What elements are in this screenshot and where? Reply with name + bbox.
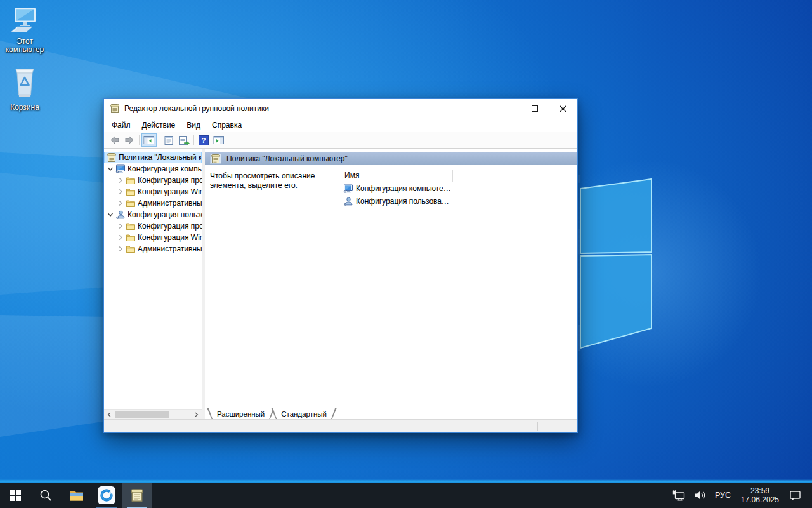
file-explorer-button[interactable]: [61, 483, 91, 508]
user-icon: [115, 210, 126, 220]
folder-icon: [126, 175, 136, 185]
tree-item[interactable]: Административные шаблоны: [104, 243, 202, 255]
tree-item[interactable]: Конфигурация Windows: [104, 232, 202, 243]
chevron-right-icon[interactable]: [116, 198, 125, 208]
horizontal-scrollbar[interactable]: [104, 409, 202, 420]
scroll-icon: [110, 104, 120, 114]
tree-item-label: Конфигурация компьютера: [128, 164, 202, 173]
computer-icon: [115, 164, 126, 174]
tab-label: Расширенный: [217, 410, 265, 418]
tree-item[interactable]: Конфигурация программ: [104, 220, 202, 232]
tree-item[interactable]: Политика "Локальный компьютер": [104, 152, 202, 163]
toolbar-separator: [193, 135, 194, 145]
scroll-icon: [130, 488, 144, 502]
action-center-button[interactable]: [785, 483, 806, 508]
chevron-right-icon[interactable]: [116, 221, 125, 231]
chevron-right-icon[interactable]: [116, 175, 125, 185]
menu-file[interactable]: Файл: [106, 118, 136, 132]
system-tray: РУС 23:59 17.06.2025: [668, 483, 812, 508]
language-indicator[interactable]: РУС: [710, 483, 735, 508]
maximize-icon: [532, 105, 538, 112]
properties-icon: [164, 135, 174, 145]
tree-item[interactable]: Конфигурация программ: [104, 175, 202, 186]
help-icon: ?: [199, 135, 209, 145]
clock-time: 23:59: [750, 486, 769, 495]
toolbar-separator: [139, 135, 140, 145]
tab-label: Стандартный: [281, 410, 327, 418]
desktop-icon-label: Корзина: [1, 104, 48, 112]
tree-item[interactable]: Конфигурация компьютера: [104, 163, 202, 175]
console-tree-icon: [143, 135, 155, 145]
export-list-button[interactable]: [176, 133, 192, 147]
status-bar: [104, 419, 577, 432]
forward-button[interactable]: [122, 133, 137, 147]
clock-date: 17.06.2025: [741, 495, 779, 504]
properties-button[interactable]: [161, 133, 176, 147]
start-button[interactable]: [0, 483, 30, 508]
minimize-icon: [502, 105, 509, 112]
chevron-right-icon[interactable]: [116, 187, 125, 197]
tab-extended[interactable]: Расширенный: [207, 408, 275, 420]
view-tab-row: РасширенныйСтандартный: [205, 408, 577, 420]
minimize-button[interactable]: [492, 99, 520, 118]
show-console-tree-button[interactable]: [141, 133, 157, 147]
show-action-pane-button[interactable]: [211, 133, 226, 147]
menu-view[interactable]: Вид: [181, 118, 206, 132]
tree-item[interactable]: Конфигурация Windows: [104, 186, 202, 197]
list-item[interactable]: Конфигурация компьютера: [341, 182, 575, 194]
chevron-down-icon[interactable]: [106, 210, 115, 220]
gpedit-taskbar-button[interactable]: [122, 483, 152, 508]
scrollbar-thumb[interactable]: [115, 411, 169, 418]
close-button[interactable]: [549, 99, 577, 118]
window-title: Редактор локальной групповой политики: [124, 104, 269, 113]
help-button[interactable]: ?: [196, 133, 211, 147]
toolbar-separator: [159, 135, 159, 145]
tree-item-label: Конфигурация пользователя: [128, 210, 202, 219]
windows-logo-icon: [10, 490, 21, 501]
menu-bar: ФайлДействиеВидСправка: [104, 118, 577, 132]
this-pc-icon: [10, 6, 39, 33]
folder-icon: [126, 244, 136, 254]
back-button[interactable]: [107, 133, 122, 147]
menu-help[interactable]: Справка: [206, 118, 247, 132]
tree-item-label: Административные шаблоны: [138, 244, 202, 253]
computer-icon: [343, 184, 353, 194]
status-bar-divider: [537, 422, 538, 431]
search-button[interactable]: [30, 483, 61, 508]
console-tree: Политика "Локальный компьютер"Конфигурац…: [104, 152, 202, 410]
tree-item-label: Конфигурация программ: [138, 222, 202, 231]
folder-icon: [126, 232, 136, 243]
desktop-icon-this-pc[interactable]: Этот компьютер: [1, 6, 48, 54]
search-icon: [39, 489, 52, 502]
list-item[interactable]: Конфигурация пользователя: [341, 195, 575, 207]
tree-item[interactable]: Конфигурация пользователя: [104, 209, 202, 220]
volume-tray-button[interactable]: [690, 483, 710, 508]
ethernet-icon: [672, 490, 686, 501]
chevron-right-icon[interactable]: [116, 232, 125, 243]
chevron-right-icon[interactable]: [116, 244, 125, 254]
scroll-left-arrow[interactable]: [104, 410, 114, 420]
export-list-icon: [178, 135, 190, 145]
desktop-icon-recycle-bin[interactable]: Корзина: [1, 66, 48, 112]
clock[interactable]: 23:59 17.06.2025: [735, 483, 785, 508]
result-pane-title: Политика "Локальный компьютер": [226, 154, 348, 163]
tree-item-label: Конфигурация Windows: [138, 187, 202, 196]
column-header-name[interactable]: Имя: [341, 169, 575, 182]
tree-item[interactable]: Административные шаблоны: [104, 197, 202, 209]
speaker-icon: [695, 490, 706, 500]
close-icon: [560, 105, 566, 112]
menu-action[interactable]: Действие: [136, 118, 181, 132]
gpedit-window: Редактор локальной групповой политики Фа…: [103, 98, 578, 433]
result-pane: Политика "Локальный компьютер" Чтобы про…: [205, 149, 577, 420]
folder-icon: [126, 221, 136, 231]
browser-button[interactable]: [91, 483, 122, 508]
tab-standard[interactable]: Стандартный: [271, 408, 337, 420]
column-divider[interactable]: [452, 170, 453, 182]
folder-icon: [126, 187, 136, 197]
chevron-down-icon[interactable]: [106, 164, 115, 174]
title-bar[interactable]: Редактор локальной групповой политики: [104, 99, 577, 118]
scroll-right-arrow[interactable]: [192, 410, 202, 420]
network-tray-button[interactable]: [668, 483, 690, 508]
maximize-button[interactable]: [520, 99, 549, 118]
action-pane-icon: [213, 135, 225, 145]
